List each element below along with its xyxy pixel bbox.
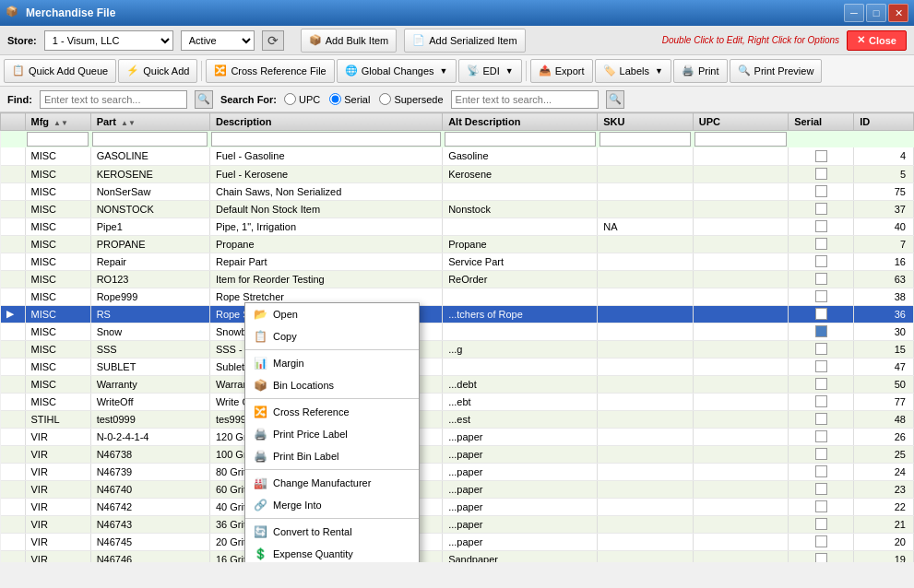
serial-checkbox[interactable] [815, 360, 827, 372]
serial-checkbox[interactable] [815, 203, 827, 215]
table-row[interactable]: VIRN4674520 Grit Sa......paper20 [1, 533, 914, 550]
serial-checkbox[interactable] [815, 255, 827, 267]
mfg-header[interactable]: Mfg ▲▼ [25, 113, 90, 131]
filter-sku-input[interactable] [599, 132, 691, 147]
supersede-search-button[interactable]: 🔍 [606, 90, 624, 109]
print-preview-button[interactable]: 🔍 Print Preview [730, 59, 823, 83]
table-row[interactable]: STIHLtest0999tes999...est48 [1, 410, 914, 428]
table-row[interactable]: MISCRepairRepair PartService Part16 [1, 253, 914, 270]
filter-desc-input[interactable] [211, 132, 440, 147]
print-button[interactable]: 🖨️ Print [673, 59, 728, 83]
filter-upc-input[interactable] [694, 132, 786, 147]
serial-checkbox[interactable] [815, 553, 827, 562]
status-select[interactable]: Active [181, 30, 255, 51]
serial-checkbox[interactable] [815, 273, 827, 285]
context-menu-item-print-bin-label[interactable]: 🖨️Print Bin Label [245, 445, 419, 467]
maximize-button[interactable]: □ [866, 4, 886, 22]
window-close-button[interactable]: ✕ [888, 4, 908, 22]
table-row[interactable]: MISCWriteOffWrite Off......ebt77 [1, 393, 914, 410]
serial-checkbox[interactable] [815, 465, 827, 477]
serial-checkbox[interactable] [815, 413, 827, 425]
table-row[interactable]: MISCPipe1Pipe, 1", IrrigationNA40 [1, 218, 914, 235]
context-menu-item-change-manufacturer[interactable]: 🏭Change Manufacturer [245, 472, 419, 494]
refresh-button[interactable]: ⟳ [262, 30, 284, 51]
table-row[interactable]: ▶MISCRSRope Stre......tchers of Rope36 [1, 305, 914, 323]
serial-checkbox[interactable] [815, 238, 827, 250]
serial-checkbox[interactable] [815, 220, 827, 232]
global-changes-button[interactable]: 🌐 Global Changes ▼ [337, 59, 457, 83]
serial-checkbox[interactable] [815, 518, 827, 530]
filter-altdesc-input[interactable] [445, 132, 596, 147]
table-row[interactable]: VIRN4674060 Grit Sa......paper23 [1, 480, 914, 498]
labels-button[interactable]: 🏷️ Labels ▼ [595, 59, 671, 83]
serial-checkbox[interactable] [815, 500, 827, 512]
store-select[interactable]: 1 - Visum, LLC [44, 30, 173, 51]
context-menu-item-cross-reference[interactable]: 🔀Cross Reference [245, 401, 419, 423]
serial-checkbox[interactable] [815, 325, 827, 337]
table-row[interactable]: MISCSnowSnowblow...30 [1, 323, 914, 340]
serial-checkbox[interactable] [815, 395, 827, 407]
find-search-button[interactable]: 🔍 [195, 90, 213, 109]
serial-radio-label[interactable]: Serial [329, 93, 370, 105]
table-row[interactable]: MISCGASOLINEFuel - GasolineGasoline4 [1, 147, 914, 165]
context-menu-item-expense-quantity[interactable]: 💲Expense Quantity [245, 543, 419, 562]
row-serial-cell [789, 340, 854, 358]
table-row[interactable]: VIRN4673980 Grit Sa......paper24 [1, 463, 914, 480]
serial-checkbox[interactable] [815, 430, 827, 442]
table-row[interactable]: VIRN4674616 Grit Sandpaper - 8" x 19-1/2… [1, 550, 914, 562]
find-input[interactable] [40, 90, 187, 109]
context-menu-item-copy[interactable]: 📋Copy [245, 325, 419, 347]
serial-checkbox[interactable] [815, 290, 827, 302]
table-row[interactable]: MISCNonSerSawChain Saws, Non Serialized7… [1, 182, 914, 200]
serial-checkbox[interactable] [815, 378, 827, 390]
filter-serial-cell [789, 131, 854, 148]
table-row[interactable]: MISCSUBLETSublet Re...47 [1, 358, 914, 375]
edi-button[interactable]: 📡 EDI ▼ [458, 59, 522, 83]
supersede-input[interactable] [451, 90, 599, 109]
serial-checkbox[interactable] [815, 448, 827, 460]
row-part-cell: Repair [90, 253, 209, 270]
serial-checkbox[interactable] [815, 535, 827, 547]
serial-checkbox[interactable] [815, 168, 827, 180]
table-row[interactable]: MISCWarrantyWarranty......debt50 [1, 375, 914, 393]
table-row[interactable]: MISCNONSTOCKDefault Non Stock ItemNonsto… [1, 200, 914, 218]
serial-radio[interactable] [329, 93, 341, 105]
table-row[interactable]: VIRN4674240 Grit Sa......paper22 [1, 498, 914, 515]
context-menu-item-print-price-label[interactable]: 🖨️Print Price Label [245, 423, 419, 445]
filter-mfg-input[interactable] [27, 132, 89, 147]
add-serialized-item-button[interactable]: 📄 Add Serialized Item [404, 29, 525, 53]
context-menu-item-margin[interactable]: 📊Margin [245, 352, 419, 374]
upc-radio-label[interactable]: UPC [284, 93, 320, 105]
context-menu-item-bin-locations[interactable]: 📦Bin Locations [245, 374, 419, 396]
merge-into-menu-icon: 🔗 [253, 498, 267, 512]
serial-checkbox[interactable] [815, 343, 827, 355]
supersede-radio-label[interactable]: Supersede [379, 93, 443, 105]
context-menu-item-open[interactable]: 📂Open [245, 303, 419, 325]
part-header[interactable]: Part ▲▼ [90, 113, 209, 131]
serial-checkbox[interactable] [815, 150, 827, 162]
quick-add-queue-button[interactable]: 📋 Quick Add Queue [4, 59, 116, 83]
close-button[interactable]: ✕ Close [847, 30, 907, 51]
table-row[interactable]: VIRN4674336 Grit Sa......paper21 [1, 515, 914, 533]
supersede-radio[interactable] [379, 93, 391, 105]
serial-checkbox[interactable] [815, 483, 827, 495]
table-row[interactable]: VIRN46738100 Grit S......paper25 [1, 445, 914, 463]
table-row[interactable]: MISCRO123Item for Reorder TestingReOrder… [1, 270, 914, 288]
table-row[interactable]: MISCSSSSSS - Self......g15 [1, 340, 914, 358]
upc-radio[interactable] [284, 93, 296, 105]
serial-checkbox[interactable] [815, 185, 827, 197]
row-altDesc-cell [443, 288, 598, 305]
context-menu-item-convert-to-rental[interactable]: 🔄Convert to Rental [245, 521, 419, 543]
add-bulk-item-button[interactable]: 📦 Add Bulk Item [301, 29, 397, 53]
filter-part-input[interactable] [92, 132, 208, 147]
table-row[interactable]: MISCKEROSENEFuel - KeroseneKerosene5 [1, 165, 914, 182]
quick-add-button[interactable]: ⚡ Quick Add [118, 59, 197, 83]
table-row[interactable]: VIRN-0-2-4-1-4120 Grit S......paper26 [1, 428, 914, 445]
minimize-button[interactable]: ─ [844, 4, 864, 22]
cross-reference-file-button[interactable]: 🔀 Cross Reference File [206, 59, 334, 83]
serial-checkbox[interactable] [815, 308, 827, 320]
context-menu-item-merge-into[interactable]: 🔗Merge Into [245, 494, 419, 516]
table-row[interactable]: MISCPROPANEPropanePropane7 [1, 235, 914, 253]
table-row[interactable]: MISCRope999Rope Stretcher38 [1, 288, 914, 305]
export-button[interactable]: 📤 Export [530, 59, 593, 83]
